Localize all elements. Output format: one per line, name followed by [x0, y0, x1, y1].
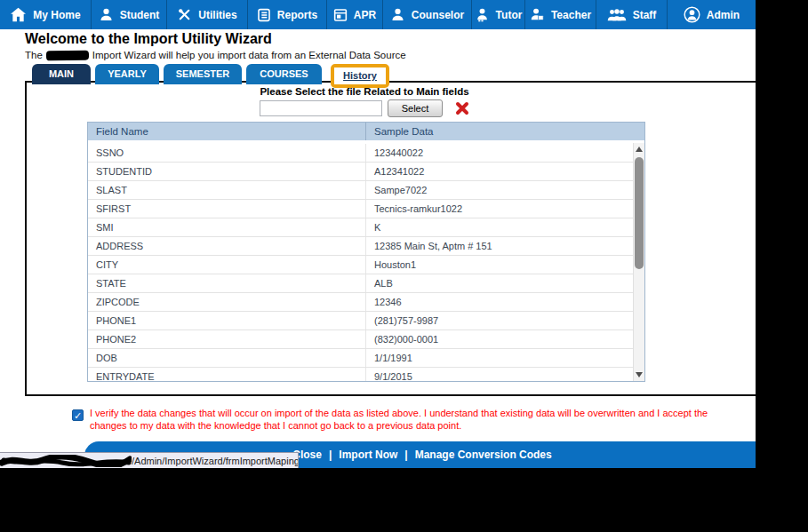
nav-item-label: Reports [277, 9, 317, 21]
cell-field-name: CITY [88, 259, 365, 270]
nav-item-label: Tutor [496, 9, 523, 21]
nav-item-label: Admin [707, 9, 740, 21]
page-title: Welcome to the Import Utility Wizard [25, 31, 272, 47]
tab-main[interactable]: MAIN [32, 64, 91, 84]
nav-item-student[interactable]: Student [91, 0, 166, 29]
tutor-icon [475, 7, 490, 22]
cell-sample-data: A12341022 [365, 163, 633, 180]
nav-item-label: APR [354, 9, 376, 21]
table-row: ENTRYDATE9/1/2015 [88, 368, 633, 381]
table-row: SLASTSampe7022 [88, 181, 633, 200]
status-bar-url: /Admin/ImportWizard/frmImportMaping.aspx… [0, 452, 299, 468]
clear-file-icon[interactable] [455, 101, 469, 115]
cell-sample-data: Sampe7022 [365, 181, 633, 199]
table-row: ZIPCODE12346 [88, 293, 633, 312]
tab-courses[interactable]: COURSES [246, 64, 322, 84]
cell-sample-data: (281)757-9987 [365, 312, 633, 330]
cell-sample-data: 123440022 [365, 144, 633, 162]
column-header-sample-data: Sample Data [365, 123, 644, 140]
field-mapping-table: Field Name Sample Data SSNO123440022STUD… [87, 122, 645, 382]
nav-item-label: Student [120, 9, 160, 21]
status-url-text: /Admin/ImportWizard/frmImportMaping.aspx… [132, 456, 299, 466]
cell-sample-data: 9/1/2015 [365, 368, 633, 381]
nav-item-label: Counselor [412, 9, 464, 21]
file-select-row: Select [27, 99, 702, 117]
nav-item-label: Staff [633, 9, 657, 21]
table-row: CITYHouston1 [88, 256, 633, 274]
table-header-row: Field Name Sample Data [88, 123, 644, 142]
wizard-tab-bar: MAINYEARLYSEMESTERCOURSESHistory [32, 60, 389, 84]
verify-checkbox[interactable]: ✓ [72, 409, 84, 421]
tab-semester[interactable]: SEMESTER [164, 64, 242, 84]
verify-statement: I verify the data changes that will occu… [90, 407, 739, 432]
table-row: PHONE2(832)000-0001 [88, 330, 633, 349]
nav-item-staff[interactable]: Staff [596, 0, 667, 29]
nav-item-admin[interactable]: Admin [667, 0, 756, 29]
cell-field-name: STUDENTID [88, 166, 365, 177]
cell-sample-data: ALB [365, 274, 633, 292]
cell-sample-data: 12385 Main St, Aptm # 151 [365, 237, 633, 255]
cell-field-name: ZIPCODE [88, 297, 365, 307]
table-scrollbar[interactable] [633, 143, 644, 381]
page-subtitle: TheImport Wizard will help you import da… [25, 50, 406, 60]
cell-field-name: SMI [88, 222, 365, 233]
application-window: My HomeStudentUtilitiesReportsAPRCounsel… [0, 0, 808, 532]
cell-field-name: SSNO [88, 147, 365, 158]
nav-item-label: Utilities [198, 9, 236, 21]
cell-sample-data: Houston1 [365, 256, 633, 274]
scroll-up-icon[interactable] [634, 143, 644, 155]
nav-item-label: My Home [33, 9, 80, 21]
reports-icon [257, 8, 271, 22]
manage-conversion-codes-link[interactable]: Manage Conversion Codes [408, 449, 559, 461]
nav-item-label: Teacher [551, 9, 591, 21]
scrollbar-thumb[interactable] [635, 157, 644, 269]
wizard-content-panel: Please Select the file Related to Main f… [25, 81, 756, 396]
column-header-field-name: Field Name [88, 126, 365, 137]
select-file-button[interactable]: Select [388, 99, 444, 117]
table-row: PHONE1(281)757-9987 [88, 312, 633, 330]
import-now-link[interactable]: Import Now [332, 449, 404, 461]
nav-item-apr[interactable]: APR [326, 0, 382, 29]
nav-item-counselor[interactable]: Counselor [382, 0, 471, 29]
cell-field-name: SLAST [88, 185, 365, 195]
cell-sample-data: 12346 [365, 293, 633, 311]
nav-item-utilities[interactable]: Utilities [166, 0, 247, 29]
redaction-blob [46, 51, 89, 61]
cell-field-name: PHONE1 [88, 315, 365, 326]
cell-sample-data: K [365, 218, 633, 236]
file-path-input[interactable] [260, 100, 382, 116]
cell-field-name: STATE [88, 278, 365, 289]
subtitle-prefix: The [25, 50, 43, 60]
table-row: STUDENTIDA12341022 [88, 163, 633, 181]
teacher-icon [530, 7, 545, 22]
home-icon [10, 7, 27, 22]
nav-item-tutor[interactable]: Tutor [471, 0, 524, 29]
nav-item-reports[interactable]: Reports [247, 0, 326, 29]
cell-field-name: ENTRYDATE [88, 371, 365, 381]
tab-history[interactable]: History [334, 67, 386, 84]
student-icon [99, 7, 114, 22]
subtitle-suffix: Import Wizard will help you import data … [92, 50, 406, 60]
cell-sample-data: 1/1/1991 [365, 349, 633, 367]
cell-field-name: ADDRESS [88, 241, 365, 251]
history-tab-highlight: History [331, 64, 389, 88]
utilities-icon [177, 7, 192, 22]
cell-sample-data: (832)000-0001 [365, 330, 633, 348]
table-row: SMIK [88, 218, 633, 237]
scroll-down-icon[interactable] [634, 369, 644, 381]
staff-icon [607, 8, 627, 22]
apr-icon [333, 8, 348, 22]
tab-yearly[interactable]: YEARLY [95, 64, 159, 84]
table-row: ADDRESS12385 Main St, Aptm # 151 [88, 237, 633, 256]
table-row: DOB1/1/1991 [88, 349, 633, 368]
table-row: SFIRSTTecnics-ramkur1022 [88, 200, 633, 218]
counselor-icon [390, 7, 405, 22]
nav-item-teacher[interactable]: Teacher [524, 0, 596, 29]
admin-icon [684, 6, 700, 23]
top-navigation: My HomeStudentUtilitiesReportsAPRCounsel… [0, 0, 756, 29]
table-row: STATEALB [88, 274, 633, 293]
cell-field-name: PHONE2 [88, 334, 365, 345]
cell-field-name: SFIRST [88, 203, 365, 214]
nav-item-my-home[interactable]: My Home [0, 0, 91, 29]
page: My HomeStudentUtilitiesReportsAPRCounsel… [0, 0, 756, 468]
